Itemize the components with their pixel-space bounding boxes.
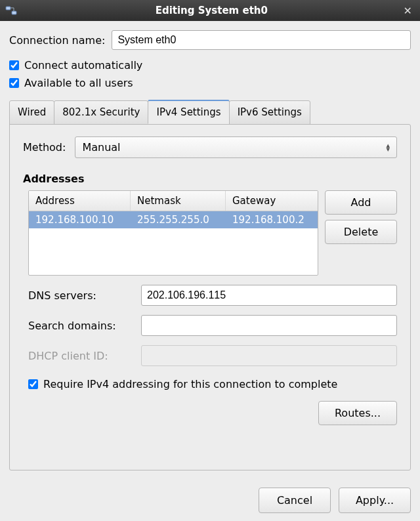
available-all-users-checkbox[interactable]: [9, 78, 19, 88]
col-address[interactable]: Address: [29, 191, 131, 211]
ipv4-panel: Method: Manual ▴▾ Addresses Address Netm…: [9, 124, 411, 470]
dhcp-client-id-input: [141, 345, 397, 366]
require-ipv4-row: Require IPv4 addressing for this connect…: [28, 378, 397, 390]
available-all-users-label[interactable]: Available to all users: [9, 77, 411, 89]
col-gateway[interactable]: Gateway: [226, 191, 318, 211]
connect-automatically-checkbox[interactable]: [9, 60, 19, 70]
addresses-table[interactable]: Address Netmask Gateway 192.168.100.10 2…: [28, 190, 318, 276]
dhcp-client-id-label: DHCP client ID:: [28, 350, 141, 362]
connect-automatically-text: Connect automatically: [24, 59, 142, 72]
svg-rect-1: [12, 11, 16, 14]
dns-servers-label: DNS servers:: [28, 289, 141, 302]
addr-buttons: Add Delete: [325, 190, 397, 276]
available-all-users-row: Available to all users: [9, 77, 411, 89]
available-all-users-text: Available to all users: [24, 77, 133, 89]
col-netmask[interactable]: Netmask: [131, 191, 226, 211]
close-icon[interactable]: ✕: [401, 5, 415, 17]
addresses-header: Address Netmask Gateway: [29, 191, 318, 211]
svg-rect-0: [6, 7, 10, 10]
tabs-bar: Wired 802.1x Security IPv4 Settings IPv6…: [9, 100, 411, 124]
routes-button[interactable]: Routes...: [318, 401, 397, 425]
connection-name-label: Connection name:: [9, 34, 105, 47]
method-label: Method:: [23, 141, 66, 154]
require-ipv4-checkbox[interactable]: [28, 379, 38, 389]
search-domains-label: Search domains:: [28, 320, 141, 332]
tab-8021x-security[interactable]: 802.1x Security: [54, 100, 148, 125]
titlebar: Editing System eth0 ✕: [0, 0, 420, 21]
dialog-buttons: Cancel Apply...: [0, 477, 420, 521]
dns-servers-row: DNS servers:: [28, 285, 397, 306]
method-combobox[interactable]: Manual ▴▾: [75, 136, 397, 158]
dialog-window: Editing System eth0 ✕ Connection name: C…: [0, 0, 420, 521]
addresses-title: Addresses: [23, 173, 397, 185]
add-button[interactable]: Add: [325, 190, 397, 215]
method-value: Manual: [82, 141, 120, 154]
window-title: Editing System eth0: [22, 5, 401, 16]
connection-name-input[interactable]: [112, 30, 411, 50]
tab-wired[interactable]: Wired: [9, 100, 54, 125]
dialog-content: Connection name: Connect automatically A…: [0, 21, 420, 477]
dropdown-arrow-icon: ▴▾: [386, 144, 390, 152]
require-ipv4-label[interactable]: Require IPv4 addressing for this connect…: [43, 378, 337, 390]
delete-button[interactable]: Delete: [325, 220, 397, 244]
method-row: Method: Manual ▴▾: [23, 136, 397, 158]
addresses-block: Address Netmask Gateway 192.168.100.10 2…: [28, 190, 397, 276]
connection-name-row: Connection name:: [9, 30, 411, 50]
table-row[interactable]: 192.168.100.10 255.255.255.0 192.168.100…: [29, 211, 318, 228]
search-domains-row: Search domains:: [28, 315, 397, 336]
tabs-container: Wired 802.1x Security IPv4 Settings IPv6…: [9, 100, 411, 470]
connect-automatically-row: Connect automatically: [9, 59, 411, 72]
cell-gateway: 192.168.100.2: [226, 211, 318, 228]
network-icon: [5, 5, 17, 16]
cell-address: 192.168.100.10: [29, 211, 131, 228]
routes-row: Routes...: [23, 401, 397, 425]
tab-ipv4-settings[interactable]: IPv4 Settings: [148, 100, 229, 124]
apply-button[interactable]: Apply...: [339, 488, 411, 513]
dns-servers-input[interactable]: [141, 285, 397, 306]
cancel-button[interactable]: Cancel: [259, 488, 331, 513]
tab-ipv6-settings[interactable]: IPv6 Settings: [229, 100, 310, 125]
search-domains-input[interactable]: [141, 315, 397, 336]
dhcp-client-id-row: DHCP client ID:: [28, 345, 397, 366]
connect-automatically-label[interactable]: Connect automatically: [9, 59, 411, 72]
cell-netmask: 255.255.255.0: [131, 211, 226, 228]
